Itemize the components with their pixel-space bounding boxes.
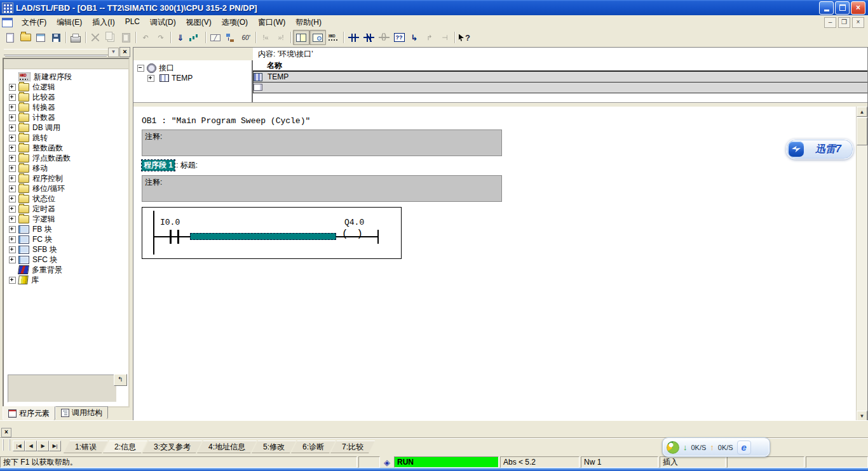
- sidebar-item[interactable]: FB 块: [4, 224, 128, 234]
- redo-button[interactable]: ↷: [153, 30, 168, 44]
- sidebar-item[interactable]: 多重背景: [4, 265, 128, 275]
- scroll-down-button[interactable]: ▼: [857, 411, 867, 421]
- pane-tab[interactable]: 程序元素: [3, 406, 55, 420]
- sidebar-item[interactable]: 位逻辑: [4, 82, 128, 92]
- network-label-selected[interactable]: 程序段 1: [142, 160, 175, 171]
- pane-tab[interactable]: 调用结构: [55, 406, 108, 419]
- monitor-chart-button[interactable]: [188, 30, 203, 44]
- sidebar-item[interactable]: 移动: [4, 163, 128, 173]
- sidebar-item[interactable]: FC 块: [4, 234, 128, 244]
- sidebar-item[interactable]: 浮点数函数: [4, 153, 128, 163]
- pane-grip[interactable]: ▼ ×: [1, 47, 130, 56]
- expand-icon[interactable]: [9, 114, 16, 121]
- menu-item[interactable]: 选项(O): [217, 15, 253, 30]
- pane-dropdown-button[interactable]: ▼: [108, 48, 119, 57]
- sidebar-item[interactable]: 移位/循环: [4, 183, 128, 194]
- expand-icon[interactable]: [9, 94, 16, 101]
- editor-scrollbar[interactable]: ▲ ▼: [856, 107, 867, 421]
- coil-operand[interactable]: Q4.0: [344, 218, 364, 227]
- document-window-icon[interactable]: [2, 18, 13, 27]
- declaration-row[interactable]: TEMP: [253, 72, 867, 83]
- cut-button[interactable]: [88, 30, 103, 44]
- sidebar-item[interactable]: 比较器: [4, 92, 128, 102]
- interface-tree-item[interactable]: 接口: [133, 63, 252, 73]
- sidebar-item[interactable]: 程序控制: [4, 173, 128, 183]
- menu-item[interactable]: 编辑(E): [51, 15, 87, 30]
- contact-no-button[interactable]: [346, 30, 361, 44]
- sidebar-item[interactable]: 状态位: [4, 194, 128, 204]
- expand-icon[interactable]: [9, 135, 16, 142]
- expand-icon[interactable]: [9, 145, 16, 152]
- connector-button[interactable]: ⊣: [437, 30, 452, 44]
- coil-button[interactable]: [376, 30, 391, 44]
- output-tab[interactable]: 2:信息: [103, 441, 147, 453]
- output-grip[interactable]: [3, 439, 10, 451]
- first-tab-button[interactable]: |◀: [13, 441, 25, 451]
- restore-button[interactable]: [835, 1, 850, 15]
- expand-icon[interactable]: [9, 216, 16, 223]
- output-tab[interactable]: 7:比较: [330, 441, 375, 453]
- next-tab-button[interactable]: ▶: [37, 441, 49, 451]
- sidebar-item[interactable]: 跳转: [4, 133, 128, 143]
- menu-item[interactable]: 帮助(H): [290, 15, 327, 30]
- pane-close-button[interactable]: ×: [119, 47, 130, 57]
- browser-icon[interactable]: e: [737, 441, 751, 454]
- net-speed-widget[interactable]: ↓ 0K/S ↑ 0K/S e: [662, 437, 770, 457]
- save-button[interactable]: [48, 30, 64, 44]
- expand-icon[interactable]: [9, 206, 16, 213]
- help-button[interactable]: ?: [457, 30, 472, 44]
- undo-button[interactable]: ↶: [138, 30, 153, 44]
- sidebar-item[interactable]: 库: [4, 275, 128, 285]
- network-comment-box[interactable]: 注释:: [142, 175, 502, 202]
- mdi-minimize-button[interactable]: –: [824, 17, 836, 28]
- open-branch-button[interactable]: ↳: [407, 30, 422, 44]
- sidebar-item[interactable]: 计数器: [4, 112, 128, 123]
- sidebar-item[interactable]: DB 调用: [4, 123, 128, 133]
- collapse-preview-button[interactable]: ↰: [114, 374, 127, 386]
- new-network-button[interactable]: [326, 30, 341, 44]
- address-info-button[interactable]: [208, 30, 223, 44]
- expand-icon[interactable]: [9, 155, 16, 162]
- sidebar-item[interactable]: SFC 块: [4, 255, 128, 265]
- minimize-button[interactable]: [819, 1, 834, 15]
- expand-icon[interactable]: [9, 256, 16, 263]
- output-tab[interactable]: 6:诊断: [291, 441, 336, 453]
- paste-button[interactable]: [118, 30, 133, 44]
- ladder-network-frame[interactable]: I0.0 Q4.0 ( ): [142, 207, 402, 259]
- expand-icon[interactable]: [9, 165, 16, 172]
- network-title-suffix[interactable]: : 标题:: [176, 160, 198, 171]
- expand-icon[interactable]: [9, 185, 16, 192]
- expand-icon[interactable]: [9, 236, 16, 243]
- copy-button[interactable]: [103, 30, 118, 44]
- expand-icon[interactable]: [9, 175, 16, 182]
- output-tab[interactable]: 5:修改: [252, 441, 296, 453]
- selected-wire-segment[interactable]: [190, 233, 336, 240]
- mdi-restore-button[interactable]: ❐: [838, 17, 850, 28]
- expand-icon[interactable]: [9, 246, 16, 253]
- network-node-button[interactable]: [223, 30, 238, 44]
- last-tab-button[interactable]: ▶|: [49, 441, 61, 451]
- expand-icon[interactable]: [9, 124, 16, 131]
- expand-icon[interactable]: [9, 277, 16, 284]
- collapse-icon[interactable]: [137, 65, 144, 72]
- close-branch-button[interactable]: ↱: [422, 30, 437, 44]
- detail-view-button[interactable]: [309, 30, 326, 45]
- block-comment-box[interactable]: 注释:: [142, 129, 502, 156]
- expand-icon[interactable]: [9, 84, 16, 91]
- output-tab[interactable]: 4:地址信息: [197, 441, 257, 453]
- sidebar-item[interactable]: 新建程序段: [4, 72, 128, 82]
- output-tab[interactable]: 3:交叉参考: [142, 441, 202, 453]
- coil-icon[interactable]: ( ): [342, 229, 364, 240]
- menu-item[interactable]: PLC: [120, 15, 145, 30]
- menu-item[interactable]: 视图(V): [181, 15, 217, 30]
- sidebar-item[interactable]: 定时器: [4, 204, 128, 214]
- goto-next-error-button[interactable]: »!: [273, 30, 288, 44]
- scroll-up-button[interactable]: ▲: [857, 107, 867, 117]
- declaration-row[interactable]: [253, 83, 867, 93]
- mdi-close-button[interactable]: ×: [852, 17, 864, 28]
- menu-item[interactable]: 调试(D): [145, 15, 181, 30]
- print-button[interactable]: [68, 30, 83, 44]
- thunder-widget[interactable]: 迅雷7: [786, 139, 853, 159]
- empty-box-button[interactable]: ??: [391, 30, 407, 44]
- expand-icon[interactable]: [9, 196, 16, 202]
